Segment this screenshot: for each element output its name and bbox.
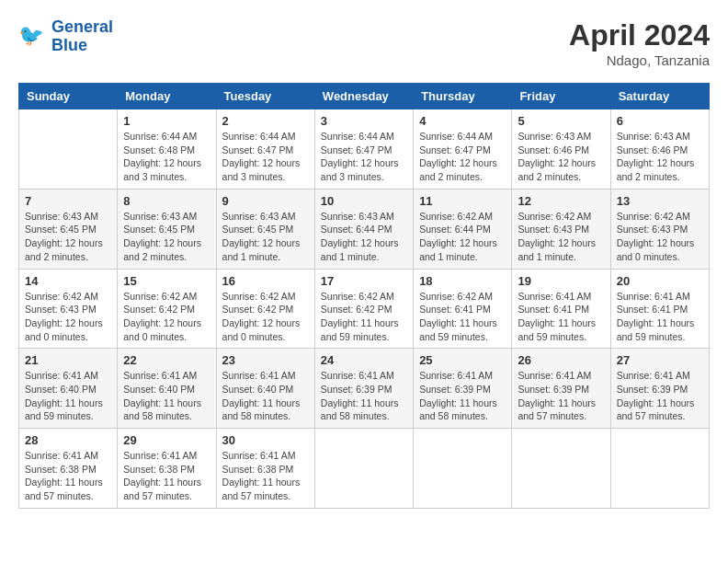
- day-number: 20: [617, 274, 703, 288]
- page-header: 🐦 General Blue April 2024 Ndago, Tanzani…: [18, 18, 710, 68]
- day-number: 29: [123, 433, 210, 447]
- calendar-cell: 16Sunrise: 6:42 AMSunset: 6:42 PMDayligh…: [216, 269, 314, 349]
- day-number: 7: [25, 194, 111, 208]
- calendar-cell: [19, 109, 118, 190]
- day-info: Sunrise: 6:42 AMSunset: 6:42 PMDaylight:…: [123, 290, 210, 344]
- calendar-cell: 23Sunrise: 6:41 AMSunset: 6:40 PMDayligh…: [216, 349, 314, 429]
- day-info: Sunrise: 6:44 AMSunset: 6:47 PMDaylight:…: [222, 130, 309, 184]
- day-number: 4: [419, 114, 506, 128]
- logo-icon: 🐦: [18, 22, 48, 52]
- calendar-cell: 9Sunrise: 6:43 AMSunset: 6:45 PMDaylight…: [216, 189, 314, 269]
- day-number: 25: [419, 353, 506, 367]
- day-info: Sunrise: 6:41 AMSunset: 6:39 PMDaylight:…: [617, 369, 703, 423]
- weekday-header-tuesday: Tuesday: [216, 84, 314, 109]
- day-number: 30: [222, 433, 309, 447]
- calendar-cell: 6Sunrise: 6:43 AMSunset: 6:46 PMDaylight…: [610, 109, 709, 190]
- day-number: 16: [222, 274, 309, 288]
- calendar-cell: 11Sunrise: 6:42 AMSunset: 6:44 PMDayligh…: [414, 189, 512, 269]
- day-number: 27: [617, 353, 703, 367]
- day-number: 24: [321, 353, 407, 367]
- day-number: 1: [123, 114, 210, 128]
- calendar-cell: 4Sunrise: 6:44 AMSunset: 6:47 PMDaylight…: [414, 109, 512, 190]
- calendar-cell: 10Sunrise: 6:43 AMSunset: 6:44 PMDayligh…: [314, 189, 413, 269]
- day-info: Sunrise: 6:41 AMSunset: 6:40 PMDaylight:…: [123, 369, 210, 423]
- day-info: Sunrise: 6:41 AMSunset: 6:40 PMDaylight:…: [222, 369, 309, 423]
- calendar-cell: 14Sunrise: 6:42 AMSunset: 6:43 PMDayligh…: [19, 269, 118, 349]
- day-number: 2: [222, 114, 309, 128]
- day-info: Sunrise: 6:41 AMSunset: 6:38 PMDaylight:…: [222, 449, 309, 503]
- day-number: 3: [321, 114, 407, 128]
- calendar-week-row: 14Sunrise: 6:42 AMSunset: 6:43 PMDayligh…: [19, 269, 710, 349]
- calendar-cell: 28Sunrise: 6:41 AMSunset: 6:38 PMDayligh…: [19, 429, 118, 509]
- calendar-cell: 12Sunrise: 6:42 AMSunset: 6:43 PMDayligh…: [512, 189, 610, 269]
- day-number: 11: [419, 194, 506, 208]
- day-number: 13: [617, 194, 703, 208]
- day-info: Sunrise: 6:41 AMSunset: 6:41 PMDaylight:…: [617, 290, 703, 344]
- day-number: 9: [222, 194, 309, 208]
- day-info: Sunrise: 6:42 AMSunset: 6:43 PMDaylight:…: [617, 210, 703, 264]
- day-info: Sunrise: 6:43 AMSunset: 6:45 PMDaylight:…: [222, 210, 309, 264]
- calendar-cell: [414, 429, 512, 509]
- day-info: Sunrise: 6:41 AMSunset: 6:39 PMDaylight:…: [518, 369, 604, 423]
- calendar-cell: [512, 429, 610, 509]
- day-info: Sunrise: 6:42 AMSunset: 6:42 PMDaylight:…: [222, 290, 309, 344]
- calendar-week-row: 7Sunrise: 6:43 AMSunset: 6:45 PMDaylight…: [19, 189, 710, 269]
- calendar-cell: 1Sunrise: 6:44 AMSunset: 6:48 PMDaylight…: [118, 109, 216, 190]
- calendar-cell: 19Sunrise: 6:41 AMSunset: 6:41 PMDayligh…: [512, 269, 610, 349]
- calendar-cell: [314, 429, 413, 509]
- day-number: 28: [25, 433, 111, 447]
- day-number: 26: [518, 353, 604, 367]
- weekday-header-friday: Friday: [512, 84, 610, 109]
- day-number: 17: [321, 274, 407, 288]
- calendar-cell: [610, 429, 709, 509]
- day-info: Sunrise: 6:42 AMSunset: 6:44 PMDaylight:…: [419, 210, 506, 264]
- day-number: 5: [518, 114, 604, 128]
- weekday-header-sunday: Sunday: [19, 84, 118, 109]
- calendar-cell: 2Sunrise: 6:44 AMSunset: 6:47 PMDaylight…: [216, 109, 314, 190]
- calendar-week-row: 28Sunrise: 6:41 AMSunset: 6:38 PMDayligh…: [19, 429, 710, 509]
- calendar-cell: 26Sunrise: 6:41 AMSunset: 6:39 PMDayligh…: [512, 349, 610, 429]
- day-number: 14: [25, 274, 111, 288]
- logo: 🐦 General Blue: [18, 18, 113, 55]
- weekday-header-saturday: Saturday: [610, 84, 709, 109]
- day-info: Sunrise: 6:41 AMSunset: 6:40 PMDaylight:…: [25, 369, 111, 423]
- calendar-cell: 3Sunrise: 6:44 AMSunset: 6:47 PMDaylight…: [314, 109, 413, 190]
- calendar-header-row: SundayMondayTuesdayWednesdayThursdayFrid…: [19, 84, 710, 109]
- calendar-cell: 24Sunrise: 6:41 AMSunset: 6:39 PMDayligh…: [314, 349, 413, 429]
- calendar-week-row: 1Sunrise: 6:44 AMSunset: 6:48 PMDaylight…: [19, 109, 710, 190]
- calendar-cell: 30Sunrise: 6:41 AMSunset: 6:38 PMDayligh…: [216, 429, 314, 509]
- weekday-header-monday: Monday: [118, 84, 216, 109]
- calendar-cell: 22Sunrise: 6:41 AMSunset: 6:40 PMDayligh…: [118, 349, 216, 429]
- day-info: Sunrise: 6:41 AMSunset: 6:38 PMDaylight:…: [25, 449, 111, 503]
- day-number: 6: [617, 114, 703, 128]
- day-number: 10: [321, 194, 407, 208]
- day-info: Sunrise: 6:41 AMSunset: 6:41 PMDaylight:…: [518, 290, 604, 344]
- day-info: Sunrise: 6:42 AMSunset: 6:42 PMDaylight:…: [321, 290, 407, 344]
- day-info: Sunrise: 6:43 AMSunset: 6:46 PMDaylight:…: [518, 130, 604, 184]
- location: Ndago, Tanzania: [569, 52, 710, 68]
- day-number: 8: [123, 194, 210, 208]
- day-info: Sunrise: 6:44 AMSunset: 6:48 PMDaylight:…: [123, 130, 210, 184]
- calendar-body: 1Sunrise: 6:44 AMSunset: 6:48 PMDaylight…: [19, 109, 710, 509]
- calendar-cell: 15Sunrise: 6:42 AMSunset: 6:42 PMDayligh…: [118, 269, 216, 349]
- calendar-cell: 25Sunrise: 6:41 AMSunset: 6:39 PMDayligh…: [414, 349, 512, 429]
- logo-text: General Blue: [51, 18, 113, 55]
- day-number: 15: [123, 274, 210, 288]
- day-info: Sunrise: 6:44 AMSunset: 6:47 PMDaylight:…: [321, 130, 407, 184]
- calendar-cell: 20Sunrise: 6:41 AMSunset: 6:41 PMDayligh…: [610, 269, 709, 349]
- day-info: Sunrise: 6:42 AMSunset: 6:41 PMDaylight:…: [419, 290, 506, 344]
- calendar-cell: 17Sunrise: 6:42 AMSunset: 6:42 PMDayligh…: [314, 269, 413, 349]
- weekday-header-thursday: Thursday: [414, 84, 512, 109]
- calendar-cell: 5Sunrise: 6:43 AMSunset: 6:46 PMDaylight…: [512, 109, 610, 190]
- calendar-cell: 13Sunrise: 6:42 AMSunset: 6:43 PMDayligh…: [610, 189, 709, 269]
- calendar-cell: 21Sunrise: 6:41 AMSunset: 6:40 PMDayligh…: [19, 349, 118, 429]
- day-number: 23: [222, 353, 309, 367]
- day-number: 21: [25, 353, 111, 367]
- day-number: 18: [419, 274, 506, 288]
- calendar-table: SundayMondayTuesdayWednesdayThursdayFrid…: [18, 83, 710, 509]
- title-section: April 2024 Ndago, Tanzania: [569, 18, 710, 68]
- day-info: Sunrise: 6:43 AMSunset: 6:45 PMDaylight:…: [123, 210, 210, 264]
- calendar-cell: 29Sunrise: 6:41 AMSunset: 6:38 PMDayligh…: [118, 429, 216, 509]
- svg-text:🐦: 🐦: [18, 23, 44, 48]
- day-info: Sunrise: 6:43 AMSunset: 6:45 PMDaylight:…: [25, 210, 111, 264]
